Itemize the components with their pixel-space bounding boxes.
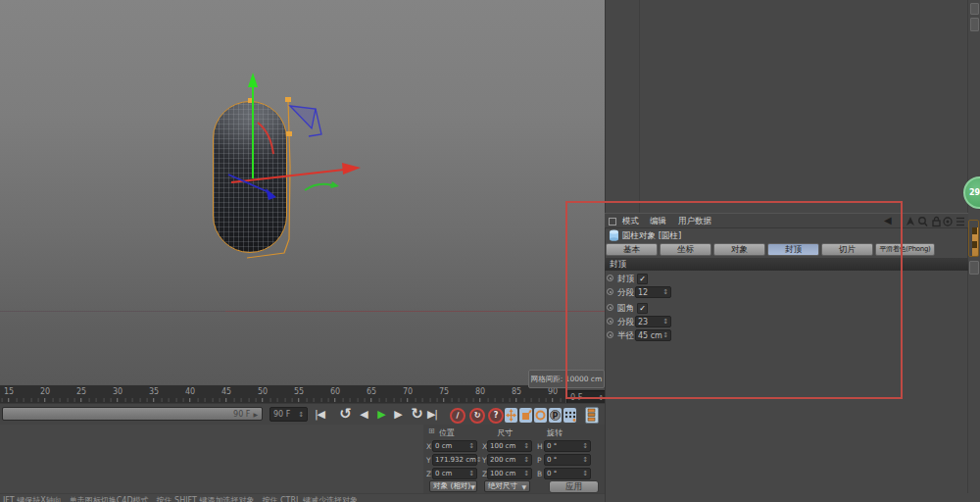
frame-label: 90 <box>543 387 563 396</box>
record-parameter-toggle[interactable]: P <box>549 408 562 423</box>
size-x-field[interactable]: 100 cm↕ <box>487 440 532 452</box>
size-mode-dropdown[interactable]: 绝对尺寸▼ <box>484 480 530 492</box>
frame-label: 70 <box>398 387 417 396</box>
attribute-manager-tab[interactable] <box>968 220 979 257</box>
record-scale-toggle[interactable] <box>519 408 532 423</box>
frame-label: 80 <box>470 387 490 396</box>
pos-x-field[interactable]: 0 cm↕ <box>432 440 477 452</box>
frame-label: 40 <box>180 387 200 396</box>
pos-y-field[interactable]: 171.932 cm↕ <box>432 454 477 466</box>
goto-start-button[interactable]: |◀ <box>310 406 329 424</box>
size-z-field[interactable]: 100 cm↕ <box>487 468 532 479</box>
end-frame-value: 90 F <box>273 410 290 419</box>
dropdown-arrow-icon: ▼ <box>521 483 526 490</box>
layer-manager-tab[interactable] <box>969 261 979 275</box>
rot-h-field[interactable]: 0 °↕ <box>544 440 591 452</box>
rotation-band-green[interactable] <box>305 184 332 190</box>
pos-x-label: X <box>426 442 431 451</box>
layout-tab-icon2[interactable] <box>970 18 979 31</box>
svg-text:P: P <box>553 412 559 421</box>
rot-b-field[interactable]: 0 °↕ <box>544 468 591 479</box>
status-text: IFT 键保持X轴向，单击图标切换C4D模式，按住 SHIFT 键添加选择对象，… <box>3 495 358 502</box>
frame-label: 85 <box>507 387 526 396</box>
apply-button[interactable]: 应用 <box>549 480 599 493</box>
annotation-red-box <box>565 201 903 399</box>
frame-label: 55 <box>289 387 309 396</box>
rotation-band-red[interactable] <box>258 123 273 154</box>
frame-label: 50 <box>253 387 272 396</box>
dropdown-arrow-icon: ▼ <box>470 483 475 490</box>
pos-z-label: Z <box>426 470 431 478</box>
record-position-toggle[interactable] <box>505 408 517 423</box>
coords-menu-icon[interactable]: ⊞ <box>428 427 435 435</box>
play-button[interactable]: ▶ <box>372 406 390 424</box>
attribute-menu-icons[interactable] <box>906 216 966 227</box>
timeline-range-slider[interactable]: 90 F ▶ <box>2 407 263 421</box>
badge-count: 29 <box>969 188 980 197</box>
pointer-icon <box>906 217 914 226</box>
frame-label: 15 <box>0 387 19 396</box>
z-axis-arrow[interactable] <box>228 175 269 192</box>
range-slider-label: 90 F <box>233 410 250 419</box>
lock-icon <box>933 221 940 226</box>
rotation-header: 旋转 <box>547 427 563 438</box>
stepper-icon[interactable]: ↕ <box>298 411 304 419</box>
record-rotation-toggle[interactable] <box>534 408 547 423</box>
size-header: 尺寸 <box>497 427 513 438</box>
frame-label: 65 <box>362 387 381 396</box>
rot-p-field[interactable]: 0 °↕ <box>544 454 591 466</box>
frame-label: 75 <box>434 387 454 396</box>
range-slider-arrow-icon: ▶ <box>253 411 258 418</box>
rot-p-label: P <box>537 456 542 465</box>
cage-handle-right[interactable] <box>286 131 292 136</box>
rotation-band-green-tip <box>330 181 339 188</box>
end-frame-field[interactable]: 90 F ↕ <box>270 407 308 422</box>
pos-z-field[interactable]: 0 cm↕ <box>432 468 477 479</box>
keyframe-interpolation-button[interactable] <box>585 407 599 424</box>
cage-handle-topright[interactable] <box>285 97 291 102</box>
frame-label: 35 <box>144 387 164 396</box>
autokey-button[interactable]: ↻ <box>469 408 485 424</box>
y-axis-arrowhead[interactable] <box>248 73 258 87</box>
panel-seam <box>639 0 640 213</box>
ruler-ticks <box>0 398 565 402</box>
frame-label: 30 <box>108 387 127 396</box>
keyframe-selection-button[interactable]: ? <box>488 408 504 424</box>
size-y-label: Y <box>482 456 487 465</box>
z-axis-arrowhead[interactable] <box>266 188 276 200</box>
record-button[interactable]: ∕ <box>450 408 466 424</box>
pos-y-label: Y <box>426 456 431 465</box>
frame-label: 45 <box>217 387 236 396</box>
transport-bar: 90 F ▶ 90 F ↕ |◀ ↺ ◀ ▶ ▶ ↻ ▶| ∕ ↻ ? P <box>0 403 605 425</box>
frame-label: 20 <box>35 387 55 396</box>
search-icon <box>919 218 925 224</box>
size-y-field[interactable]: 200 cm↕ <box>487 454 532 466</box>
next-frame-button[interactable]: ▶ <box>390 406 406 424</box>
x-axis-arrow[interactable] <box>231 170 344 182</box>
record-pla-toggle[interactable] <box>564 408 576 423</box>
layout-tab-icon[interactable] <box>970 3 979 15</box>
rot-b-label: B <box>537 470 542 478</box>
frame-label: 60 <box>325 387 345 396</box>
prev-frame-button[interactable]: ◀ <box>356 406 371 424</box>
x-axis-arrowhead[interactable] <box>342 163 361 175</box>
coords-mode-dropdown[interactable]: 对象 (相对)▼ <box>429 480 477 492</box>
rot-h-label: H <box>537 442 543 451</box>
goto-end-button[interactable]: ▶| <box>423 406 441 424</box>
play-backward-button[interactable]: ↺ <box>334 406 356 424</box>
list-icon <box>956 219 964 226</box>
position-header: 位置 <box>439 427 455 438</box>
rotation-flag-blue[interactable] <box>290 106 316 128</box>
timeline-ruler[interactable]: 15 20 25 30 35 40 45 50 55 60 65 70 75 8… <box>0 384 565 403</box>
gizmo-overlay <box>0 0 605 384</box>
frame-label: 25 <box>72 387 91 396</box>
